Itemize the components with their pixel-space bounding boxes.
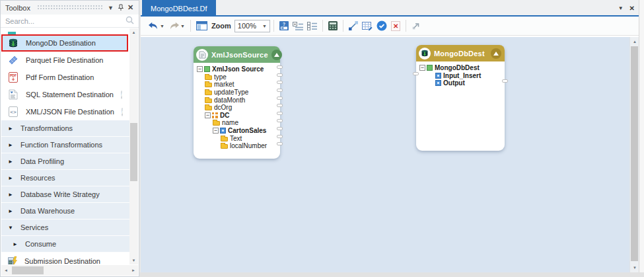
scroll-up-icon[interactable]: ▲: [129, 28, 138, 36]
output-port[interactable]: [277, 65, 283, 69]
tab-mongodbdest-df[interactable]: MongoDBDest.Df: [142, 0, 216, 17]
scroll-up-icon[interactable]: ▲: [630, 37, 639, 46]
output-port[interactable]: [277, 97, 283, 100]
output-port[interactable]: [277, 104, 283, 107]
output-port[interactable]: [277, 81, 283, 84]
tree-item[interactable]: name: [197, 119, 279, 127]
collapse-all-nodes-button[interactable]: [291, 19, 305, 33]
toolbox-item-list: MongoDb Destination Parquet File Destina…: [1, 28, 129, 264]
pin-icon[interactable]: [116, 3, 125, 13]
scroll-right-icon[interactable]: ►: [129, 265, 138, 276]
sidebar-section-transformations[interactable]: ► Transformations: [1, 120, 129, 137]
collapse-node-icon[interactable]: [271, 50, 282, 60]
collapse-expander-icon[interactable]: −: [197, 66, 203, 72]
undo-button[interactable]: ▼: [146, 19, 166, 33]
collapse-expander-icon[interactable]: −: [213, 128, 219, 134]
expand-all-nodes-button[interactable]: [305, 19, 319, 33]
tree-item[interactable]: dcOrg: [197, 104, 279, 112]
sidebar-item-label: Parquet File Destination: [26, 56, 103, 64]
sidebar-item-label: Pdf Form Destination: [26, 73, 94, 81]
sidebar-section-function-transformations[interactable]: ► Function Transformations: [1, 137, 129, 153]
tree-item[interactable]: − MongoDbDest: [419, 64, 503, 72]
node-header[interactable]: XmlJsonSource: [194, 46, 280, 63]
output-port[interactable]: [277, 142, 283, 145]
tree-item[interactable]: dataMonth: [197, 96, 279, 104]
scroll-down-icon[interactable]: ▼: [129, 257, 138, 264]
sidebar-section-consume[interactable]: ► Consume: [1, 236, 129, 253]
tree-item[interactable]: type: [197, 73, 279, 81]
search-input[interactable]: [5, 17, 123, 25]
sidebar-section-data-profiling[interactable]: ► Data Profiling: [1, 153, 129, 170]
close-document-icon[interactable]: ✕: [629, 5, 635, 12]
tree-item[interactable]: Text: [197, 134, 279, 142]
scroll-down-icon[interactable]: ▼: [630, 263, 639, 272]
tree-item[interactable]: localNumber: [197, 142, 279, 150]
calculator-button[interactable]: [326, 19, 340, 33]
tree-item[interactable]: market: [197, 81, 279, 89]
output-port[interactable]: [277, 112, 283, 115]
sidebar-item-mongodb-destination[interactable]: MongoDb Destination: [1, 34, 128, 52]
parquet-icon: [7, 55, 18, 65]
scrollbar-thumb[interactable]: [631, 46, 638, 261]
submission-icon: [7, 256, 18, 264]
maximize-button[interactable]: [410, 19, 423, 33]
mongodb-icon: [7, 38, 18, 48]
diagram-layout-button[interactable]: [194, 19, 209, 33]
tree-item[interactable]: − DC: [197, 112, 279, 120]
sidebar-item-submission-destination[interactable]: Submission Destination: [1, 253, 129, 264]
search-icon[interactable]: [125, 15, 134, 27]
draw-link-button[interactable]: [347, 19, 360, 33]
sidebar-section-services[interactable]: ▼ Services: [1, 219, 129, 236]
sidebar-item-xml-json-file-destination[interactable]: <> XML/JSON File Destination i: [1, 103, 129, 120]
designer-canvas[interactable]: XmlJsonSource − XmlJson Source type: [141, 37, 639, 272]
collapse-expander-icon[interactable]: −: [419, 65, 425, 71]
tree-item[interactable]: Input_Insert: [419, 72, 503, 80]
tree-item[interactable]: − CartonSales: [197, 127, 279, 135]
zoom-value: 100%: [238, 22, 256, 30]
tree-item[interactable]: − XmlJson Source: [197, 65, 279, 73]
data-preview-icon: [362, 21, 373, 30]
sidebar-section-database-write-strategy[interactable]: ► Database Write Strategy: [1, 186, 129, 203]
sidebar-vertical-scrollbar[interactable]: ▲ ▼: [129, 28, 138, 264]
output-port[interactable]: [277, 73, 283, 77]
tree-item[interactable]: updateType: [197, 89, 279, 97]
scroll-left-icon[interactable]: ◄: [1, 265, 11, 276]
panel-menu-dropdown-icon[interactable]: ▼: [106, 3, 116, 13]
tree-item[interactable]: Output: [419, 79, 503, 87]
chevron-right-icon: ►: [8, 126, 13, 132]
redo-button[interactable]: ▼: [166, 19, 187, 33]
node-mongodbdest[interactable]: MongoDbDest − MongoDbDest Input_Insert: [416, 45, 505, 151]
record-node-icon: [220, 128, 226, 134]
output-port[interactable]: [277, 119, 283, 122]
output-port[interactable]: [502, 79, 508, 83]
chevron-right-icon: ►: [8, 208, 13, 214]
sidebar-section-resources[interactable]: ► Resources: [1, 170, 129, 186]
sidebar-section-data-warehouse[interactable]: ► Data Warehouse: [1, 203, 129, 219]
canvas-vertical-scrollbar[interactable]: ▲ ▼: [629, 37, 639, 272]
field-folder-icon: [205, 75, 212, 80]
node-header[interactable]: MongoDbDest: [416, 45, 505, 61]
collapse-expander-icon[interactable]: −: [205, 112, 211, 118]
sidebar-item-parquet-file-destination[interactable]: Parquet File Destination: [1, 52, 129, 69]
sidebar-horizontal-scrollbar[interactable]: ◄ ►: [1, 265, 138, 276]
zoom-select[interactable]: 100% ▼: [234, 20, 270, 32]
scrollbar-thumb[interactable]: [130, 123, 137, 181]
collapse-node-icon[interactable]: [491, 48, 501, 59]
field-folder-icon: [205, 106, 212, 110]
node-xmljsonsource[interactable]: XmlJsonSource − XmlJson Source type: [194, 46, 280, 159]
node-properties-button[interactable]: ?: [277, 19, 291, 33]
scrollbar-thumb[interactable]: [12, 266, 44, 274]
sidebar-item-sql-statement-destination[interactable]: SQL Statement Destination i: [1, 86, 129, 103]
output-port[interactable]: [277, 127, 283, 130]
output-port[interactable]: [277, 135, 283, 138]
verify-button[interactable]: [375, 19, 389, 33]
data-preview-button[interactable]: [360, 19, 375, 33]
input-port[interactable]: [413, 72, 419, 75]
tab-list-dropdown-icon[interactable]: ▼: [618, 5, 624, 11]
sidebar-item-pdf-form-destination[interactable]: PDF Pdf Form Destination: [1, 69, 129, 86]
toolbox-header: Toolbox ▼ ✕: [1, 1, 139, 15]
sidebar-item-label: MongoDb Destination: [26, 39, 96, 47]
output-port[interactable]: [277, 89, 283, 92]
delete-button[interactable]: ✕: [389, 19, 402, 33]
close-panel-icon[interactable]: ✕: [125, 3, 135, 13]
